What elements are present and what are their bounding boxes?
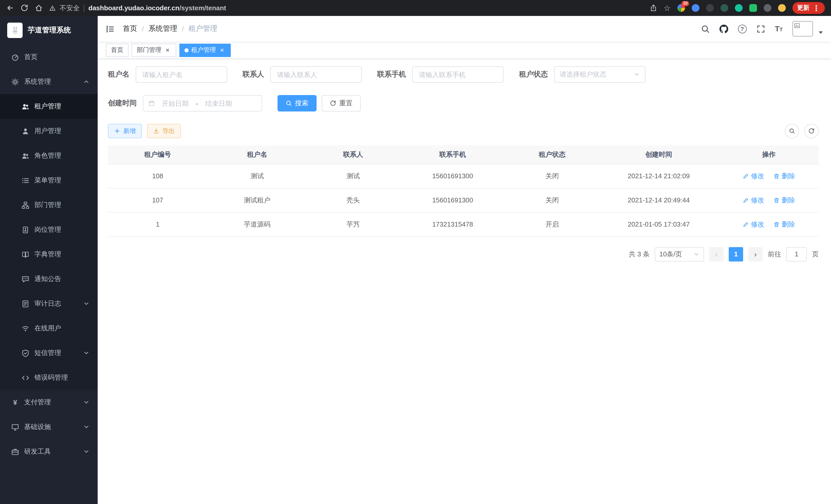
status-cell: 关闭 [506,188,598,212]
back-icon[interactable] [6,4,14,12]
gear-icon [11,78,19,86]
sidebar-item-audit-log[interactable]: 审计日志 [0,291,98,316]
sidebar-item-dict[interactable]: 字典管理 [0,242,98,267]
update-button[interactable]: 更新⋮ [793,2,825,14]
chat-extension-icon[interactable] [749,4,757,12]
shield-extension-icon[interactable] [692,4,699,12]
refresh-table-button[interactable] [804,124,819,138]
page-size-select[interactable]: 10条/页 [655,247,704,261]
tab-dept[interactable]: 部门管理 × [132,43,176,57]
sidebar-item-payment[interactable]: ¥ 支付管理 [0,390,98,415]
globe-extension-icon[interactable] [706,4,714,12]
breadcrumb-item[interactable]: 系统管理 [148,24,177,33]
edit-button[interactable]: 修改 [743,219,764,229]
toggle-search-button[interactable] [785,124,799,138]
sidebar-item-label: 审计日志 [34,299,78,308]
sidebar: 芋道管理系统 首页 系统管理 租户管理 用户管理 角色管理 [0,16,98,504]
tenant-name-input[interactable] [136,66,227,83]
edit-button[interactable]: 修改 [743,171,764,181]
contact-input[interactable] [270,66,362,83]
search-button[interactable]: 搜索 [278,95,317,112]
sidebar-item-label: 岗位管理 [34,225,89,234]
export-button[interactable]: 导出 [147,124,181,138]
end-date-input[interactable] [200,99,237,107]
sidebar-item-dept[interactable]: 部门管理 [0,192,98,217]
search-icon [286,100,292,106]
tab-tenant[interactable]: 租户管理 × [179,43,231,57]
palette-extension-icon[interactable]: 10 [677,4,685,12]
delete-button[interactable]: 删除 [773,196,795,205]
sidebar-item-label: 首页 [24,52,89,62]
grammarly-extension-icon[interactable] [735,4,743,12]
col-tenant-name: 租户名 [207,145,307,164]
puzzle-extension-icon[interactable] [764,4,771,12]
sidebar-item-notice[interactable]: 通知公告 [0,267,98,291]
sidebar-item-role[interactable]: 角色管理 [0,143,98,168]
delete-button[interactable]: 删除 [773,219,795,229]
search-icon[interactable] [701,24,710,33]
date-range-picker[interactable]: - [143,95,262,112]
page-number-button[interactable]: 1 [729,247,743,261]
start-date-input[interactable] [157,99,194,107]
reload-icon[interactable] [21,4,28,12]
sidebar-toggle-icon[interactable] [106,24,115,33]
code-icon [22,374,29,382]
add-button[interactable]: 新增 [108,124,142,138]
sidebar-item-post[interactable]: 岗位管理 [0,217,98,242]
refresh-icon [330,100,336,106]
contact-cell: 秃头 [307,188,399,212]
url-path: /system/tenant [179,4,226,12]
sidebar-item-online-user[interactable]: 在线用户 [0,316,98,340]
goto-page-input[interactable] [786,247,807,261]
prev-page-button[interactable]: ‹ [709,247,724,261]
font-size-icon[interactable]: TT [775,24,783,33]
sidebar-item-label: 短信管理 [34,348,78,358]
bookmark-star-icon[interactable]: ☆ [664,4,671,12]
sidebar-item-tenant[interactable]: 租户管理 [0,94,98,119]
next-page-button[interactable]: › [748,247,763,261]
github-icon[interactable] [719,24,728,33]
book-icon [22,250,29,258]
sidebar-item-dev-tools[interactable]: 研发工具 [0,439,98,464]
sidebar-item-label: 租户管理 [34,102,89,111]
browser-chrome: 不安全 dashboard.yudao.iocoder.cn/system/te… [0,0,831,16]
user-avatar[interactable] [793,21,813,36]
goto-label: 前往 [768,249,781,259]
dashboard-icon [11,53,19,61]
sidebar-item-error-code[interactable]: 错误码管理 [0,365,98,390]
table-row: 108 测试 测试 15601691300 关闭 2021-12-14 21:0… [108,164,819,188]
close-tab-icon[interactable]: × [219,47,226,54]
green-extension-icon[interactable] [720,4,728,12]
person-icon [22,127,29,135]
document-icon [22,300,29,307]
sidebar-item-infrastructure[interactable]: 基础设施 [0,415,98,439]
sidebar-item-menu[interactable]: 菜单管理 [0,168,98,192]
sidebar-item-user[interactable]: 用户管理 [0,119,98,143]
help-icon[interactable]: ? [738,24,746,33]
tab-home[interactable]: 首页 [106,43,128,57]
mobile-input[interactable] [412,66,504,83]
fullscreen-icon[interactable] [756,24,765,33]
sidebar-item-system[interactable]: 系统管理 [0,69,98,94]
plus-icon [114,128,120,134]
caret-down-icon[interactable] [819,31,823,34]
signal-icon [22,324,29,332]
breadcrumb-separator: / [142,25,144,33]
close-tab-icon[interactable]: × [164,47,171,54]
chevron-down-icon [83,350,89,356]
share-icon[interactable] [649,4,657,12]
breadcrumb-item[interactable]: 首页 [123,24,137,33]
sidebar-item-home[interactable]: 首页 [0,45,98,69]
sidebar-item-sms[interactable]: 短信管理 [0,340,98,365]
pagination: 共 3 条 10条/页 ‹ 1 › 前往 页 [108,247,819,261]
profile-avatar-icon[interactable] [778,4,786,12]
reset-button[interactable]: 重置 [322,95,361,112]
edit-button[interactable]: 修改 [743,196,764,205]
status-select[interactable]: 请选择租户状态 [554,66,646,83]
delete-button[interactable]: 删除 [773,171,795,181]
shield-icon [22,349,29,357]
browser-home-icon[interactable] [35,4,42,12]
address-bar[interactable]: 不安全 dashboard.yudao.iocoder.cn/system/te… [49,3,643,12]
browser-menu-icon[interactable]: ⋮ [812,4,820,12]
page-size-value: 10条/页 [659,249,682,259]
